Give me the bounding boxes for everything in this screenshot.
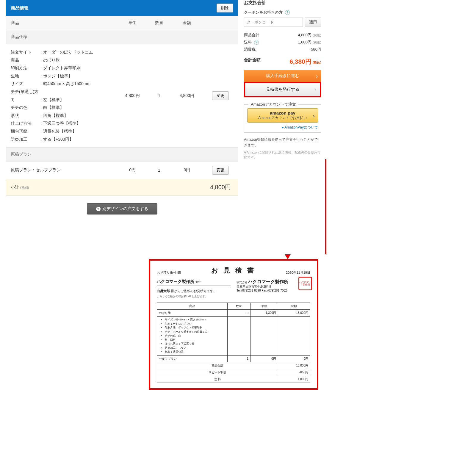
plan-unit: 0円 xyxy=(117,162,147,179)
plus-icon: + xyxy=(96,207,101,211)
proceed-checkout-button[interactable]: 購入手続きに進む xyxy=(244,70,321,82)
specs-list: 注文サイト：オーダーのぼりドットコム商品：のぼり旗印刷方法：ダイレクト昇華印刷生… xyxy=(11,48,112,143)
apply-coupon-button[interactable]: 適用 xyxy=(305,18,321,26)
plan-qty: 1 xyxy=(148,162,171,179)
product-table: 商品 単価 数量 金額 商品仕様 注文サイト：オーダーのぼりドットコム商品：のぼ… xyxy=(6,16,238,196)
spec-line: 注文サイト：オーダーのぼりドットコム xyxy=(11,48,112,56)
spec-qty: 1 xyxy=(148,44,171,148)
change-spec-button[interactable]: 変更 xyxy=(212,91,229,100)
amazon-legend: Amazonアカウントで注文 xyxy=(248,102,298,107)
spec-amount: 4,800円 xyxy=(171,44,203,148)
summary-row: 消費税580円 xyxy=(244,47,321,52)
payment-summary-title: お支払合計 xyxy=(244,0,321,6)
change-plan-button[interactable]: 変更 xyxy=(212,166,229,175)
amazon-note-small: ※Amazonに登録された決済情報、配送先のみ使用可能です。 xyxy=(244,150,321,160)
plan-amount: 0円 xyxy=(171,162,203,179)
help-icon[interactable]: ? xyxy=(254,40,259,45)
coupon-input[interactable] xyxy=(244,18,303,26)
spec-line: 防炎加工：する【+300円】 xyxy=(11,135,112,143)
amazon-note: Amazon登録情報を使って注文を行うことができます。 xyxy=(244,137,321,148)
estimate-sum-row: リピート割引-650円 xyxy=(157,369,310,376)
spec-line: 仕上げ方法：下辺三つ巻【標準】 xyxy=(11,119,112,127)
col-qty: 数量 xyxy=(148,16,171,30)
section-plan: 原稿プラン xyxy=(6,148,238,162)
spec-unit: 4,800円 xyxy=(117,44,147,148)
estimate-table: 商品 数量 単価 金額 のぼり旗 10 1,300円 13,000円 サイズ：幅… xyxy=(157,303,310,383)
product-info-title: 商品情報 xyxy=(11,5,29,11)
section-spec: 商品仕様 xyxy=(6,30,238,44)
spec-row: 注文サイト：オーダーのぼりドットコム商品：のぼり旗印刷方法：ダイレクト昇華印刷生… xyxy=(6,44,238,148)
estimate-document: お見積り番号 85 お 見 積 書 2020年11月19日 ハクロマーク製作所 … xyxy=(149,259,318,390)
callout-arrow-line xyxy=(325,159,326,254)
estimate-date: 2020年11月19日 xyxy=(286,270,310,275)
add-design-button[interactable]: +別デザインの注文をする xyxy=(87,203,157,214)
spec-line: チチ(竿通し)方向：左【標準】 xyxy=(11,88,112,104)
delete-button[interactable]: 削除 xyxy=(217,4,233,12)
col-amount: 金額 xyxy=(171,16,203,30)
spec-line: 商品：のぼり旗 xyxy=(11,56,112,64)
col-unit: 単価 xyxy=(117,16,147,30)
product-info-header: 商品情報 削除 xyxy=(6,0,238,16)
estimate-item-specs: サイズ：幅450mm × 高さ1500mm生地：テトロンポンジ印刷方法：ダイレク… xyxy=(159,318,226,354)
coupon-label: クーポンをお持ちの方 ? xyxy=(244,10,321,15)
total-row: 合計金額 6,380円 (税込) xyxy=(244,57,321,66)
company-stamp-icon: ハクロマーク製作所 xyxy=(298,277,312,290)
spec-line: 形状：四角【標準】 xyxy=(11,112,112,120)
amazon-pay-about-link[interactable]: ▸ AmazonPayについて xyxy=(282,125,318,129)
help-icon[interactable]: ? xyxy=(285,10,290,15)
spec-line: チチの色：白【標準】 xyxy=(11,104,112,112)
summary-row: 商品合計4,800円 (税別) xyxy=(244,32,321,38)
col-name: 商品 xyxy=(6,16,117,30)
estimate-sum-row: 送 料1,000円 xyxy=(157,376,310,383)
subtotal-row: 小計 (税別) 4,800円 xyxy=(6,179,238,196)
amazon-pay-button[interactable]: amazon pay Amazonアカウントでお支払い xyxy=(247,108,318,123)
summary-row: 送料 ?1,000円 (税別) xyxy=(244,40,321,45)
estimate-sum-row: 商品合計13,000円 xyxy=(157,362,310,369)
spec-line: 梱包形態：適量包装【標準】 xyxy=(11,127,112,135)
spec-line: 印刷方法：ダイレクト昇華印刷 xyxy=(11,64,112,72)
subtotal-value: 4,800円 xyxy=(148,179,238,196)
estimate-no: お見積り番号 85 xyxy=(157,270,181,275)
col-action xyxy=(203,16,238,30)
amazon-fieldset: Amazonアカウントで注文 amazon pay Amazonアカウントでお支… xyxy=(244,104,321,133)
spec-line: 生地：ポンジ【標準】 xyxy=(11,72,112,80)
plan-row: 原稿プラン：セルフプラン 0円 1 0円 変更 xyxy=(6,162,238,179)
spec-line: サイズ：幅450mm × 高さ1500mm xyxy=(11,80,112,88)
issue-estimate-button[interactable]: 見積書を発行する xyxy=(245,83,320,96)
estimate-title: お 見 積 書 xyxy=(211,266,256,275)
callout-arrow-head xyxy=(285,254,291,259)
estimate-highlight: 見積書を発行する xyxy=(244,82,321,97)
